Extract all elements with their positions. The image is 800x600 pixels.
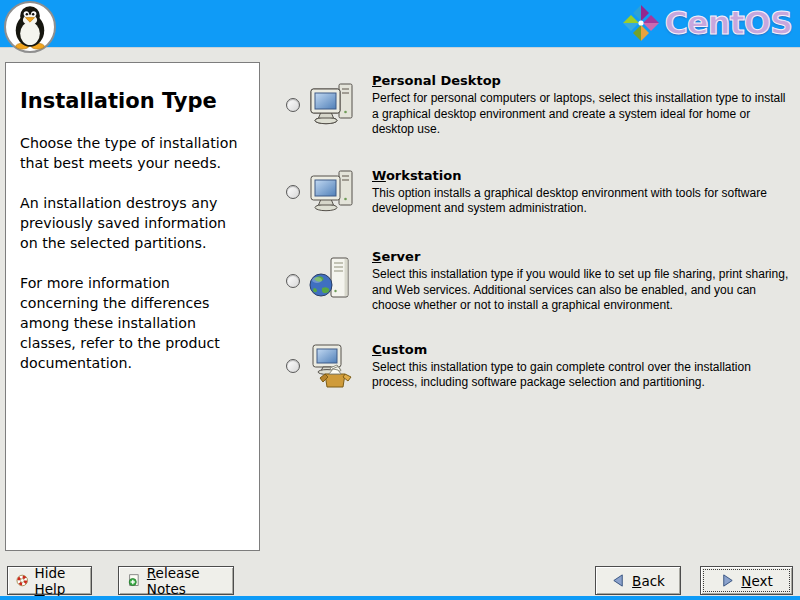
radio-personal-desktop[interactable] bbox=[286, 98, 300, 112]
hide-help-button[interactable]: Hide Help bbox=[7, 566, 92, 595]
arrow-left-icon bbox=[611, 573, 626, 588]
brand: CentOS bbox=[621, 3, 792, 43]
radio-server[interactable] bbox=[286, 274, 300, 288]
option-label: Workstation bbox=[372, 168, 794, 183]
option-description: This option installs a graphical desktop… bbox=[372, 186, 794, 217]
option-text: Custom Select this installation type to … bbox=[372, 342, 794, 391]
help-paragraph: An installation destroys any previously … bbox=[20, 193, 245, 253]
back-label: Back bbox=[632, 573, 665, 589]
option-description: Select this installation type if you wou… bbox=[372, 267, 794, 314]
release-notes-button[interactable]: Release Notes bbox=[118, 566, 234, 595]
release-notes-label: Release Notes bbox=[147, 565, 225, 597]
option-custom[interactable]: Custom Select this installation type to … bbox=[286, 341, 794, 391]
desktop-computer-icon bbox=[308, 80, 358, 130]
lifesaver-icon bbox=[16, 572, 29, 589]
release-notes-page-icon bbox=[127, 572, 141, 589]
page-title: Installation Type bbox=[20, 89, 245, 113]
option-text: Workstation This option installs a graph… bbox=[372, 168, 794, 217]
option-label: Custom bbox=[372, 342, 794, 357]
back-button[interactable]: Back bbox=[595, 566, 681, 595]
option-server[interactable]: Server Select this installation type if … bbox=[286, 249, 794, 314]
option-description: Perfect for personal computers or laptop… bbox=[372, 91, 794, 138]
option-label: Server bbox=[372, 249, 794, 264]
arrow-right-icon bbox=[720, 573, 735, 588]
option-workstation[interactable]: Workstation This option installs a graph… bbox=[286, 167, 794, 217]
help-panel: Installation Type Choose the type of ins… bbox=[5, 62, 260, 551]
option-description: Select this installation type to gain co… bbox=[372, 360, 794, 391]
tux-badge bbox=[4, 1, 56, 53]
brand-text: CentOS bbox=[664, 4, 792, 42]
desktop-computer-icon bbox=[308, 167, 358, 217]
next-label: Next bbox=[741, 573, 772, 589]
computer-box-icon bbox=[308, 341, 358, 391]
installer-window: CentOS Installation Type Choose the type… bbox=[0, 0, 800, 600]
server-globe-icon bbox=[308, 256, 358, 306]
option-label: Personal Desktop bbox=[372, 73, 794, 88]
help-paragraph: Choose the type of installation that bes… bbox=[20, 133, 245, 173]
help-paragraph: For more information concerning the diff… bbox=[20, 273, 245, 373]
header-bar: CentOS bbox=[0, 0, 800, 48]
option-personal-desktop[interactable]: Personal Desktop Perfect for personal co… bbox=[286, 73, 794, 138]
radio-custom[interactable] bbox=[286, 359, 300, 373]
bottom-accent-strip bbox=[0, 596, 800, 600]
option-text: Server Select this installation type if … bbox=[372, 249, 794, 314]
tux-penguin-icon bbox=[8, 4, 52, 50]
radio-workstation[interactable] bbox=[286, 185, 300, 199]
next-button[interactable]: Next bbox=[700, 566, 793, 595]
centos-star-icon bbox=[621, 3, 661, 43]
hide-help-label: Hide Help bbox=[35, 565, 83, 597]
option-text: Personal Desktop Perfect for personal co… bbox=[372, 73, 794, 138]
